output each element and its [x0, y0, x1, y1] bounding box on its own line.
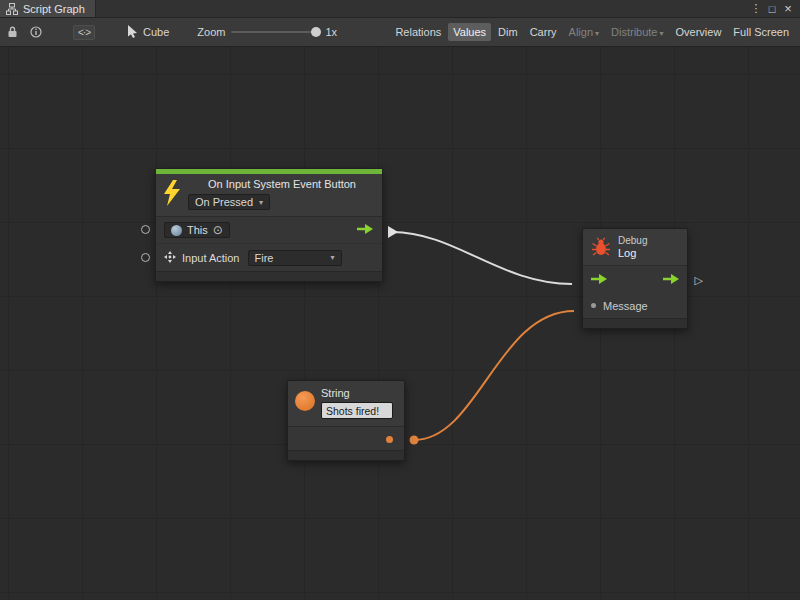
align-button[interactable]: Align▾ [564, 23, 604, 41]
code-view-icon[interactable]: <·> [73, 25, 95, 40]
node-debug-log[interactable]: Debug Log ▷ [582, 228, 688, 329]
zoom-slider-handle[interactable] [311, 27, 321, 37]
window-maximize-icon[interactable]: □ [764, 0, 780, 17]
string-value-input[interactable] [321, 402, 393, 419]
string-node-title: String [321, 387, 393, 399]
fire-dropdown[interactable]: Fire ▾ [248, 250, 342, 266]
lock-icon[interactable] [4, 26, 21, 38]
chevron-down-icon: ▾ [595, 29, 599, 38]
tab-title: Script Graph [23, 3, 85, 15]
tab-script-graph[interactable]: Script Graph [0, 0, 96, 17]
zoom-value: 1x [325, 26, 337, 38]
debug-node-title: Log [618, 247, 647, 259]
debug-node-footer [583, 318, 687, 328]
debug-node-category: Debug [618, 235, 647, 246]
event-node-footer [156, 271, 382, 281]
relations-button[interactable]: Relations [390, 23, 446, 41]
string-node-header: String [288, 381, 404, 426]
event-node-title: On Input System Event Button [208, 178, 356, 190]
message-row: Message [583, 293, 687, 318]
chevron-down-icon: ▾ [330, 253, 334, 262]
target-label: Cube [143, 26, 169, 38]
event-node-rows: This ⊙ [156, 216, 382, 271]
run-arrow-icon: ▷ [695, 273, 703, 286]
graph-icon [6, 3, 18, 15]
string-node-body [288, 426, 404, 450]
wire-start-dot[interactable] [410, 436, 419, 445]
window-close-icon[interactable]: × [780, 0, 796, 17]
string-type-icon [295, 391, 315, 411]
info-icon[interactable] [27, 26, 45, 38]
trigger-output-port[interactable] [662, 273, 680, 287]
string-node-footer [288, 450, 404, 460]
wire-arrow-icon [388, 226, 398, 238]
input-action-label: Input Action [182, 252, 240, 264]
on-pressed-dropdown[interactable]: On Pressed ▾ [188, 194, 270, 210]
message-input-port[interactable] [591, 303, 596, 308]
carry-button[interactable]: Carry [525, 23, 562, 41]
input-action-port[interactable] [141, 253, 150, 262]
graph-toolbar: <·> Cube Zoom 1x Relations Values Dim Ca… [0, 18, 800, 47]
cursor-icon [127, 25, 138, 40]
titlebar: Script Graph ⋮ □ × [0, 0, 800, 18]
debug-node-header: Debug Log [583, 229, 687, 265]
zoom-slider[interactable] [231, 31, 319, 33]
node-on-input-system-event-button[interactable]: On Input System Event Button On Pressed … [155, 168, 383, 282]
trigger-output-port[interactable] [356, 223, 374, 237]
string-output-port[interactable] [386, 436, 393, 443]
graph-canvas[interactable]: On Input System Event Button On Pressed … [0, 47, 800, 600]
toolbar-buttons: Relations Values Dim Carry Align▾ Distri… [390, 23, 796, 41]
lightning-bolt-icon [162, 180, 182, 208]
values-button[interactable]: Values [448, 23, 491, 41]
dim-button[interactable]: Dim [493, 23, 523, 41]
script-graph-window: Script Graph ⋮ □ × <·> [0, 0, 800, 600]
this-object-field[interactable]: This ⊙ [164, 222, 230, 238]
input-action-row: Input Action Fire ▾ [156, 243, 382, 271]
zoom-label: Zoom [197, 26, 225, 38]
overview-button[interactable]: Overview [671, 23, 727, 41]
this-label: This [187, 224, 208, 236]
gameobject-icon [171, 225, 182, 236]
message-label: Message [603, 300, 648, 312]
node-string-literal[interactable]: String [287, 380, 405, 461]
chevron-down-icon: ▾ [259, 198, 263, 207]
titlebar-spacer [96, 0, 748, 17]
object-picker-icon[interactable]: ⊙ [213, 224, 223, 236]
value-wire[interactable] [414, 311, 574, 440]
graph-target[interactable]: Cube [127, 25, 169, 40]
fullscreen-button[interactable]: Full Screen [728, 23, 794, 41]
event-node-header: On Input System Event Button On Pressed … [156, 174, 382, 216]
trigger-input-port[interactable] [590, 273, 608, 287]
target-input-port[interactable] [141, 225, 150, 234]
bug-icon [591, 237, 611, 258]
chevron-down-icon: ▾ [660, 29, 664, 38]
this-row: This ⊙ [156, 217, 382, 243]
input-action-icon [164, 251, 176, 265]
distribute-button[interactable]: Distribute▾ [606, 23, 668, 41]
debug-ports-row: ▷ [583, 265, 687, 293]
zoom-control: Zoom 1x [197, 26, 337, 38]
window-menu-icon[interactable]: ⋮ [748, 0, 764, 17]
control-wire[interactable] [392, 232, 572, 284]
